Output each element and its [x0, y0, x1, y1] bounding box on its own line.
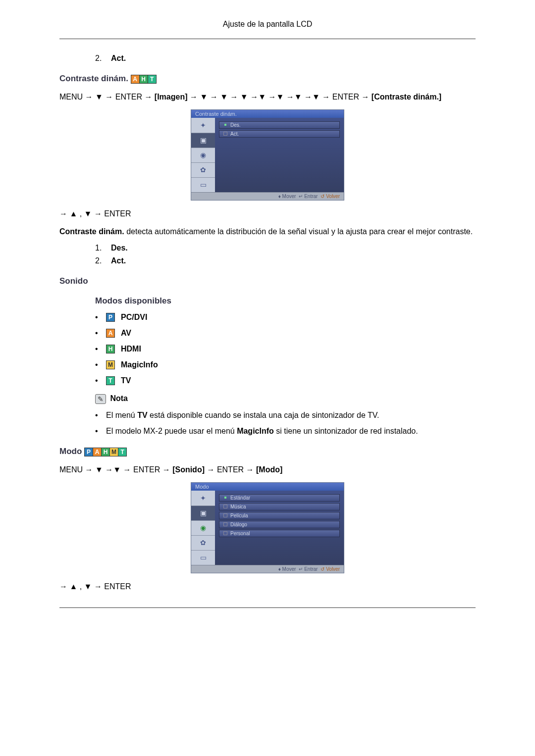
- path-bold: [Contraste dinám.]: [372, 93, 441, 101]
- osd-option[interactable]: Des.: [219, 121, 340, 129]
- bullet-icon: •: [95, 427, 100, 436]
- box-icon: [223, 132, 227, 136]
- osd-footer: ♦ Mover ↵ Entrar ↺ Volver: [191, 565, 344, 573]
- mode-badge-m: M: [109, 448, 118, 456]
- ordered-list-top: 2. Act.: [95, 54, 476, 63]
- osd-option-label: Des.: [230, 122, 241, 128]
- return-icon: ↺: [321, 194, 324, 199]
- box-icon: [223, 504, 227, 508]
- osd-option-label: Personal: [230, 531, 250, 536]
- return-hint: ↺ Volver: [321, 194, 340, 199]
- mode-item: • T TV: [95, 376, 476, 385]
- osd-title: Modo: [191, 483, 344, 491]
- enter-icon: ↵: [299, 566, 303, 572]
- list-label: Des.: [111, 244, 128, 252]
- mode-badge-t: T: [106, 376, 115, 385]
- osd-option-label: Act.: [230, 131, 239, 137]
- box-icon: [223, 513, 227, 517]
- enter-icon: ↵: [299, 194, 303, 199]
- input-icon: ▭: [191, 177, 215, 192]
- path-part: → ENTER →: [205, 465, 256, 474]
- osd-option-label: Película: [230, 513, 248, 518]
- osd-body: ✦ ▣ ◉ ✿ ▭ Des. Act.: [191, 118, 344, 192]
- menu-path: MENU → ▼ →▼ → ENTER → [Sonido] → ENTER →…: [59, 463, 476, 476]
- description: Contraste dinám. detecta automáticamente…: [59, 226, 476, 238]
- list-item: 1. Des.: [95, 244, 476, 252]
- list-label: Act.: [111, 54, 126, 63]
- divider-bottom: [59, 607, 476, 608]
- mode-item: • H HDMI: [95, 345, 476, 353]
- move-hint: ♦ Mover: [278, 194, 296, 199]
- section-title-text: Contraste dinám.: [59, 74, 128, 83]
- note-text: El modelo MX-2 puede usar el menú MagicI…: [106, 427, 418, 436]
- mode-badge-t: T: [148, 75, 157, 84]
- page-header-title: Ajuste de la pantalla LCD: [59, 20, 476, 29]
- enter-hint: ↵ Entrar: [299, 566, 318, 572]
- osd-option[interactable]: Estándar: [219, 494, 340, 502]
- osd-option[interactable]: Música: [219, 503, 340, 510]
- note-item: • El modelo MX-2 puede usar el menú Magi…: [95, 427, 476, 436]
- desc-bold: Contraste dinám.: [59, 227, 124, 236]
- osd-main: Estándar Música Película Diálogo Persona…: [215, 491, 344, 565]
- path-bold: [Modo]: [256, 465, 282, 474]
- section-title-modo: Modo PAHMT: [59, 447, 476, 456]
- list-item: 2. Act.: [95, 54, 476, 63]
- osd-option[interactable]: Diálogo: [219, 521, 340, 528]
- osd-body: ✦ ▣ ◉ ✿ ▭ Estándar Música Película Diálo…: [191, 491, 344, 565]
- osd-option-label: Estándar: [230, 495, 250, 501]
- mode-label: HDMI: [121, 345, 141, 353]
- mode-badges-row: AHT: [131, 74, 156, 83]
- setup-icon: ◉: [191, 520, 215, 535]
- picture-icon: ✦: [191, 491, 215, 505]
- mode-badges-row: PAHMT: [84, 447, 126, 456]
- osd-sidebar: ✦ ▣ ◉ ✿ ▭: [191, 491, 215, 565]
- path-bold: [Imagen]: [155, 93, 188, 101]
- note-item: • El menú TV está disponible cuando se i…: [95, 411, 476, 420]
- osd-option-label: Diálogo: [230, 522, 247, 527]
- bullet-icon: •: [95, 313, 100, 322]
- input-icon: ▭: [191, 550, 215, 565]
- return-icon: ↺: [321, 566, 324, 572]
- osd-panel-contraste: Contraste dinám. ✦ ▣ ◉ ✿ ▭ Des. Act. ♦ M…: [191, 109, 344, 201]
- mode-badge-t: T: [118, 448, 127, 456]
- note-icon: ✎: [95, 394, 106, 404]
- osd-footer: ♦ Mover ↵ Entrar ↺ Volver: [191, 192, 344, 200]
- box-icon: [223, 531, 227, 535]
- path-part: MENU → ▼ →▼ → ENTER →: [59, 465, 172, 474]
- osd-option[interactable]: Act.: [219, 130, 340, 138]
- list-number: 1.: [95, 244, 104, 252]
- checkmark-icon: [223, 123, 227, 127]
- mode-item: • M MagicInfo: [95, 360, 476, 369]
- nav-hint: → ▲ , ▼ → ENTER: [59, 580, 476, 593]
- mode-item: • P PC/DVI: [95, 313, 476, 322]
- mode-label: AV: [121, 329, 131, 338]
- section-title-text: Modo: [59, 447, 82, 456]
- mode-badge-m: M: [106, 360, 115, 369]
- bullet-icon: •: [95, 345, 100, 353]
- osd-option[interactable]: Película: [219, 512, 340, 519]
- menu-path: MENU → ▼ → ENTER → [Imagen] → ▼ → ▼ → ▼ …: [59, 91, 476, 103]
- sound-icon: ▣: [191, 133, 215, 148]
- mode-badge-p: P: [84, 448, 93, 456]
- mode-badge-p: P: [106, 313, 115, 322]
- osd-option[interactable]: Personal: [219, 530, 340, 537]
- list-number: 2.: [95, 256, 104, 265]
- note-heading: ✎ Nota: [95, 394, 476, 404]
- list-number: 2.: [95, 54, 104, 63]
- note-text: El menú TV está disponible cuando se ins…: [106, 411, 379, 420]
- mode-label: TV: [121, 376, 131, 385]
- divider-top: [59, 39, 476, 39]
- move-icon: ♦: [278, 566, 281, 572]
- nav-hint: → ▲ , ▼ → ENTER: [59, 207, 476, 220]
- path-bold: [Sonido]: [172, 465, 205, 474]
- mode-badge-h: H: [106, 345, 115, 353]
- enter-hint: ↵ Entrar: [299, 194, 318, 199]
- list-label: Act.: [111, 256, 126, 265]
- mode-label: MagicInfo: [121, 360, 158, 369]
- path-part: → ▼ → ▼ → ▼ →▼ →▼ →▼ →▼ → ENTER →: [188, 93, 372, 101]
- mode-item: • A AV: [95, 329, 476, 338]
- bullet-icon: •: [95, 329, 100, 338]
- page: Ajuste de la pantalla LCD 2. Act. Contra…: [0, 0, 535, 628]
- section-title-sonido: Sonido: [59, 276, 476, 286]
- mode-badge-a: A: [93, 448, 102, 456]
